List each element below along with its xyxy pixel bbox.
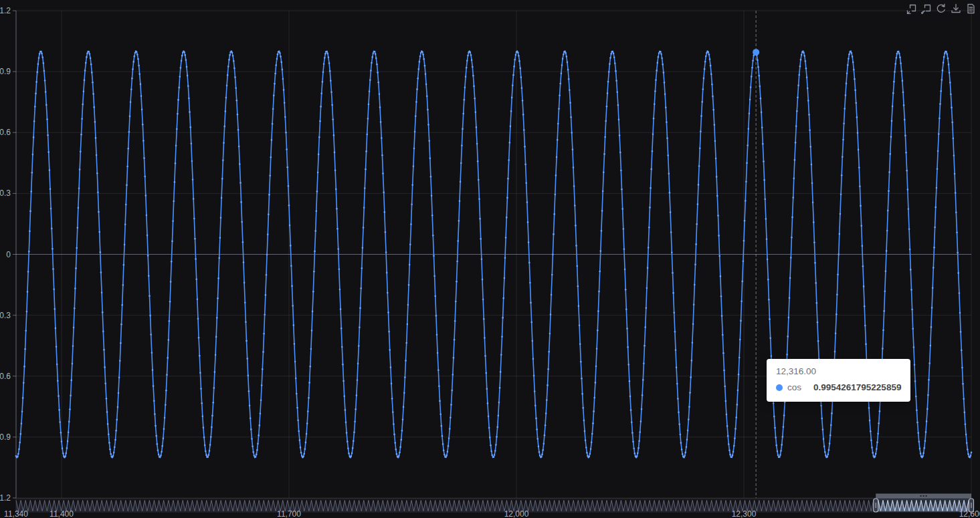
series-marker-icon xyxy=(776,384,783,391)
datazoom-slider[interactable] xyxy=(0,0,980,518)
zoom-reset-icon[interactable] xyxy=(920,3,932,14)
restore-icon[interactable] xyxy=(935,3,947,14)
tooltip: 12,316.00 cos 0.9954261795225859 xyxy=(767,359,910,402)
zoom-select-icon[interactable] xyxy=(906,3,917,14)
tooltip-series-value: 0.9954261795225859 xyxy=(813,381,901,394)
save-image-icon[interactable] xyxy=(950,3,961,14)
move-handle-grip-icon xyxy=(920,495,922,497)
chart-app: 1.20.90.60.30-0.3-0.6-0.9-1.211,34011,40… xyxy=(0,0,980,518)
move-handle-grip-icon xyxy=(926,495,927,497)
tooltip-series-name: cos xyxy=(787,381,801,394)
toolbox xyxy=(906,3,976,14)
move-handle-grip-icon xyxy=(923,495,924,497)
data-view-icon[interactable] xyxy=(965,3,976,14)
tooltip-x-value: 12,316.00 xyxy=(776,365,901,378)
